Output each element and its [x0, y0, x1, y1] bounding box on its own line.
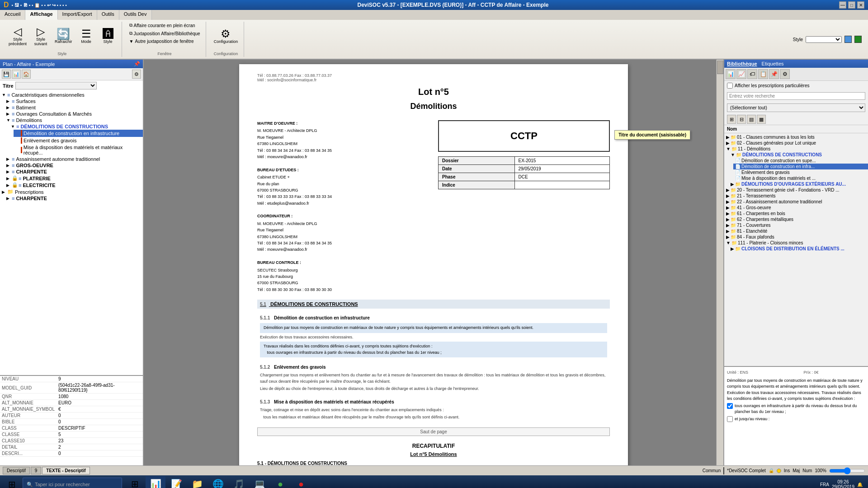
scrollbar-thumb[interactable]: [717, 61, 723, 74]
style-suivant-button[interactable]: ▷ Stylesuivant: [31, 25, 51, 47]
right-btn-6[interactable]: ⚙: [780, 69, 790, 79]
tree-item-carac[interactable]: ▼ ≡ Caractéristiques dimensionnelles: [0, 92, 143, 98]
juxtaposition-button[interactable]: ⧉ Juxtaposition Affaire/Bibliothèque: [127, 30, 202, 37]
tree-item-surfaces[interactable]: ▶ ≡ Surfaces: [5, 98, 143, 104]
taskbar-app-green[interactable]: ●: [270, 476, 290, 488]
right-tree-etancheite[interactable]: ▶ 📁 81 - Etanchéité: [724, 228, 868, 234]
tree-item-demo-infra[interactable]: Démolition de construction en infrastruc…: [14, 130, 143, 137]
scrollbar-vertical[interactable]: [716, 60, 723, 465]
start-button[interactable]: ⊞: [2, 476, 22, 488]
right-btn-4[interactable]: 📋: [758, 69, 768, 79]
r-btn-view2[interactable]: ▦: [757, 115, 766, 124]
right-tree-assainissement[interactable]: ▶ 📁 22 - Assainissement autonome traditi…: [724, 199, 868, 205]
right-tree-cloisons[interactable]: ▶ 📁 CLOISONS DE DISTRIBUTION EN ÉLÉMENTS…: [729, 246, 868, 252]
tree-item-charpente2[interactable]: ▶ ≡ CHARPENTE: [5, 195, 143, 202]
statusbar-tab-descriptif[interactable]: Descriptif: [3, 467, 30, 474]
plein-ecran-button[interactable]: ⧉ Affaire courante en plein écran: [127, 22, 202, 29]
style-precedent-button[interactable]: ◁ Styleprécédent: [6, 25, 29, 47]
tree-item-electricite[interactable]: ▶ 🔒 ≡ ELECTRICITE: [5, 182, 143, 188]
tree-item-gros-oeuvre[interactable]: ▶ ≡ GROS-OEUVRE: [5, 162, 143, 169]
configuration-button[interactable]: ⚙ Configuration: [212, 27, 241, 45]
right-tab-etiquettes[interactable]: Etiquettes: [762, 61, 784, 66]
r-btn-collapse[interactable]: ⊟: [737, 115, 746, 124]
right-tree-platrerie[interactable]: ▼ 📁 111 - Platrerie - Cloisons minces: [724, 240, 868, 246]
cctp-box[interactable]: CCTP Titre du document (saisissable): [438, 120, 610, 152]
center-document-area[interactable]: Tél : 03.88.77.03.26 Fax : 03.88.77.03.3…: [144, 60, 723, 465]
right-tree-charpentes-metal[interactable]: ▶ 📁 62 - Charpentes métalliques: [724, 216, 868, 222]
style-button[interactable]: 🅰 Style: [98, 27, 118, 45]
show-prescriptions-checkbox[interactable]: Afficher les prescriptions particulières: [724, 81, 868, 90]
preview-checkbox-2[interactable]: [727, 416, 733, 422]
preview-checkbox-1[interactable]: [727, 403, 733, 409]
right-tree-charpentes-bois[interactable]: ▶ 📁 61 - Charpentes en bois: [724, 211, 868, 216]
taskbar-app-red[interactable]: ●: [291, 476, 311, 488]
r-btn-expand[interactable]: ⊞: [727, 115, 736, 124]
mode-button[interactable]: ☰ Mode: [76, 27, 96, 45]
statusbar-tab-texte[interactable]: TEXTE - Descriptif: [42, 467, 90, 474]
right-btn-1[interactable]: 📊: [726, 69, 736, 79]
left-panel-pin-icon[interactable]: 📌: [134, 61, 140, 67]
tree-item-mise-dispo[interactable]: Mise à disposition des matériels et maté…: [14, 144, 143, 156]
right-filter-dropdown[interactable]: (Sélectionner tout): [727, 103, 865, 112]
mode-icon: ☰: [81, 28, 91, 39]
notification-icon[interactable]: 🔔: [857, 482, 863, 487]
right-btn-5[interactable]: 📌: [769, 69, 779, 79]
r-btn-view1[interactable]: ▤: [747, 115, 756, 124]
right-tree-demo-supe[interactable]: 📄 Démolition de construction en supe...: [733, 158, 868, 164]
settings-btn[interactable]: ⚙: [132, 70, 141, 79]
style-dropdown[interactable]: [806, 36, 842, 43]
toolbar-btn-2[interactable]: 📊: [12, 70, 21, 79]
autre-juxtaposition-button[interactable]: ▼ Autre juxtaposition de fenêtre: [127, 38, 202, 45]
right-btn-2[interactable]: 📈: [736, 69, 746, 79]
taskbar-app-media[interactable]: 🎵: [229, 476, 249, 488]
tree-item-prescriptions[interactable]: ▶ 📁 Prescriptions: [0, 188, 143, 195]
right-tree-faux-plafonds[interactable]: ▶ 📁 84 - Faux plafonds: [724, 234, 868, 240]
tree-item-ouvrages[interactable]: ▶ ≡ Ouvrages Consultation & Marchés: [5, 111, 143, 117]
rafraichir-button[interactable]: 🔄 Rafraichir: [52, 27, 75, 45]
tab-import-export[interactable]: Import/Export: [58, 10, 97, 20]
tree-item-platrerie[interactable]: ▶ 🔒 ≡ PLATRERIE: [5, 175, 143, 182]
tree-item-demolitions-group[interactable]: ▼ ≡ Démolitions: [5, 117, 143, 123]
taskbar-app-vs[interactable]: 💻: [250, 476, 269, 488]
title-dropdown[interactable]: [15, 82, 97, 89]
tree-item-charpente[interactable]: ▶ ≡ CHARPENTE: [5, 169, 143, 175]
right-tree-demo-ouvrages-ext[interactable]: ▶ 📁 DÉMOLITIONS D'OUVRAGES EXTÉRIEURS AU…: [729, 181, 868, 187]
tab-outils-dev[interactable]: Outils Dev: [119, 10, 152, 20]
tree-item-demo-constructions[interactable]: ▼ ≡ DÉMOLITIONS DE CONSTRUCTIONS: [9, 123, 143, 130]
right-tree-demo-constructions[interactable]: ▼ 📁 DÉMOLITIONS DE CONSTRUCTIONS: [729, 152, 868, 158]
minimize-button[interactable]: —: [839, 1, 846, 9]
right-tree-enlevement[interactable]: 📄 Enlèvement des gravois: [733, 169, 868, 175]
right-tree-demolitions[interactable]: ▼ 📁 11 - Démolitions: [724, 146, 868, 152]
right-tree-terrassements[interactable]: ▶ 📁 21 - Terrassements: [724, 193, 868, 199]
right-tree-terrassement[interactable]: ▶ 📁 20 - Terrassement génie civil - Fond…: [724, 187, 868, 193]
tree-item-enlevement[interactable]: Enlèvement des gravois: [14, 137, 143, 144]
right-tree-mise-dispo[interactable]: 📄 Mise à disposition des matériels et ..…: [733, 175, 868, 181]
right-tab-bibliotheque[interactable]: Bibliothèque: [727, 61, 757, 66]
style-next-label: Stylesuivant: [34, 37, 47, 46]
tab-affichage[interactable]: Affichage: [25, 10, 57, 20]
tree-item-batiment[interactable]: ▶ ≡ Batiment: [5, 104, 143, 111]
toolbar-btn-3[interactable]: 🏠: [22, 70, 31, 79]
close-button[interactable]: ✕: [857, 1, 864, 9]
tab-outils[interactable]: Outils: [97, 10, 119, 20]
tab-accueil[interactable]: Accueil: [0, 10, 25, 20]
right-search-input[interactable]: [727, 92, 865, 100]
right-tree-couvertures[interactable]: ▶ 📁 71 - Couvertures: [724, 222, 868, 228]
taskbar-app-word[interactable]: 📝: [166, 476, 186, 488]
taskbar-app-devisoc[interactable]: 📊: [146, 476, 165, 488]
right-tree-clauses-generales[interactable]: ▶ 📁 02 - Clauses générales pour Lot uniq…: [724, 140, 868, 146]
right-tree-clauses-communes[interactable]: ▶ 📁 01 - Clauses communes à tous les lot…: [724, 134, 868, 140]
taskbar-search-input[interactable]: [35, 482, 107, 487]
zoom-slider[interactable]: [829, 468, 865, 474]
toolbar-btn-1[interactable]: 💾: [2, 70, 11, 79]
prescriptions-checkbox-input[interactable]: [727, 83, 733, 89]
taskbar-app-chrome[interactable]: 🌐: [208, 476, 228, 488]
statusbar-tab-9[interactable]: 9: [31, 467, 42, 474]
taskbar-app-explorer[interactable]: 📁: [187, 476, 207, 488]
taskbar-app-task-view[interactable]: ⊞: [125, 476, 145, 488]
right-btn-3[interactable]: 🏷: [747, 69, 757, 79]
maximize-button[interactable]: □: [848, 1, 855, 9]
right-tree-gros-oeuvre[interactable]: ▶ 📁 41 - Gros-oeuvre: [724, 205, 868, 211]
right-tree-demo-infra[interactable]: 📄 Démolition de construction en infra...: [733, 164, 868, 169]
tree-item-assainissement[interactable]: ▶ ≡ Assainissement autonome traditionnel: [5, 156, 143, 162]
